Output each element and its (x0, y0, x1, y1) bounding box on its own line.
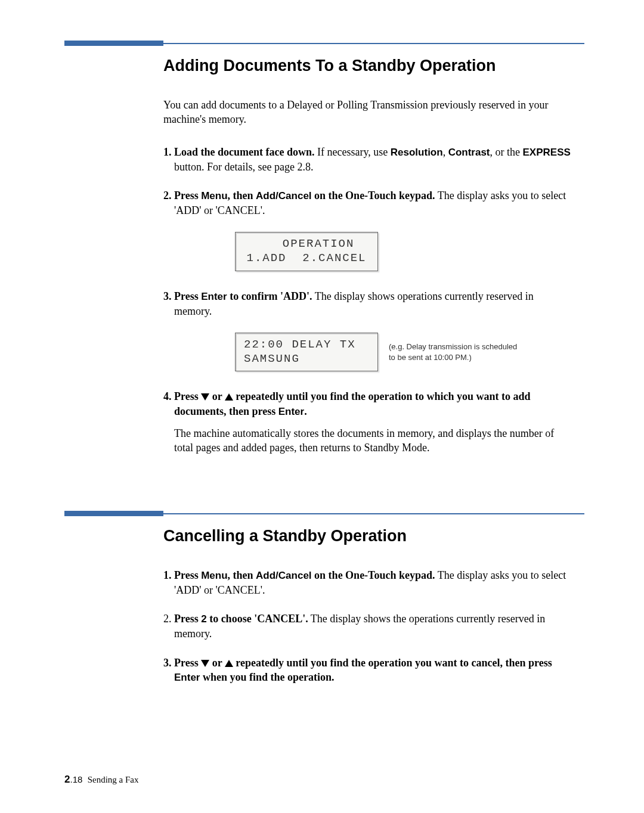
lcd-display-2: 22:00 DELAY TX SAMSUNG (e.g. Delay trans… (235, 333, 572, 372)
add-cancel-label: Add/Cancel (256, 190, 312, 201)
t: on the One-Touch keypad. (312, 190, 435, 201)
t: to choose 'CANCEL'. (207, 613, 308, 625)
section-divider (64, 511, 584, 516)
t: to confirm 'ADD'. (227, 290, 312, 302)
step-4-body: The machine automatically stores the doc… (174, 426, 572, 455)
up-arrow-icon (225, 393, 233, 401)
t: on the One-Touch keypad. (312, 569, 435, 581)
t: repeatedly until you find the operation … (233, 657, 552, 669)
t: , then (228, 190, 256, 201)
intro-text: You can add documents to a Delayed or Po… (163, 98, 572, 127)
enter-button-label: Enter (201, 291, 227, 302)
step-2: 2. Press Menu, then Add/Cancel on the On… (163, 188, 572, 218)
express-label: EXPRESS (523, 147, 571, 158)
step-4: 4. Press or repeatedly until you find th… (163, 389, 572, 418)
t: 2. (163, 613, 174, 625)
cancel-step-3: 3. Press or repeatedly until you find th… (163, 656, 572, 685)
t: . (304, 405, 307, 417)
page-footer: 2.18 Sending a Fax (64, 774, 139, 786)
cancel-step-1: 1. Press Menu, then Add/Cancel on the On… (163, 568, 572, 597)
t: or (209, 657, 225, 669)
contrast-label: Contrast (448, 147, 490, 158)
enter-button-label: Enter (278, 406, 304, 417)
rule-thin (163, 43, 584, 44)
t: , or the (490, 146, 523, 158)
add-cancel-label: Add/Cancel (256, 570, 312, 581)
menu-button-label: Menu (201, 570, 227, 581)
step1-lead: 1. Load the document face down. (163, 146, 315, 158)
t: , then (228, 569, 256, 581)
rule-thin (163, 513, 584, 514)
up-arrow-icon (225, 660, 233, 667)
footer-label: Sending a Fax (88, 775, 139, 784)
menu-button-label: Menu (201, 190, 227, 201)
down-arrow-icon (201, 393, 209, 401)
section-title-adding: Adding Documents To a Standby Operation (163, 57, 572, 75)
t: 3. Press (163, 290, 201, 302)
key-2-label: 2 (201, 613, 206, 625)
lcd-note: (e.g. Delay transmission is scheduled to… (389, 342, 520, 362)
down-arrow-icon (201, 660, 209, 667)
t: If necessary, use (315, 146, 391, 158)
section-divider (64, 41, 584, 46)
t: 1. Press (163, 569, 201, 581)
t: 2. Press (163, 190, 201, 201)
t: when you find the operation. (200, 671, 334, 683)
lcd-screen: OPERATION 1.ADD 2.CANCEL (235, 232, 378, 271)
t: , (443, 146, 448, 158)
page-number: .18 (70, 774, 82, 784)
resolution-label: Resolution (391, 147, 443, 158)
lcd-display-1: OPERATION 1.ADD 2.CANCEL (235, 232, 572, 271)
section-title-cancelling: Cancelling a Standby Operation (163, 527, 572, 545)
rule-thick (64, 41, 163, 46)
step-3: 3. Press Enter to confirm 'ADD'. The dis… (163, 289, 572, 318)
enter-button-label: Enter (174, 672, 200, 683)
t: Press (174, 613, 201, 625)
lcd-screen: 22:00 DELAY TX SAMSUNG (235, 333, 378, 372)
t: or (209, 390, 225, 402)
t: button. For details, see page 2.8. (174, 161, 313, 173)
t: 4. Press (163, 390, 201, 402)
step-1: 1. Load the document face down. If neces… (163, 145, 572, 174)
t: 3. Press (163, 657, 201, 669)
cancel-step-2: 2. Press 2 to choose 'CANCEL'. The displ… (163, 612, 572, 641)
rule-thick (64, 511, 163, 516)
